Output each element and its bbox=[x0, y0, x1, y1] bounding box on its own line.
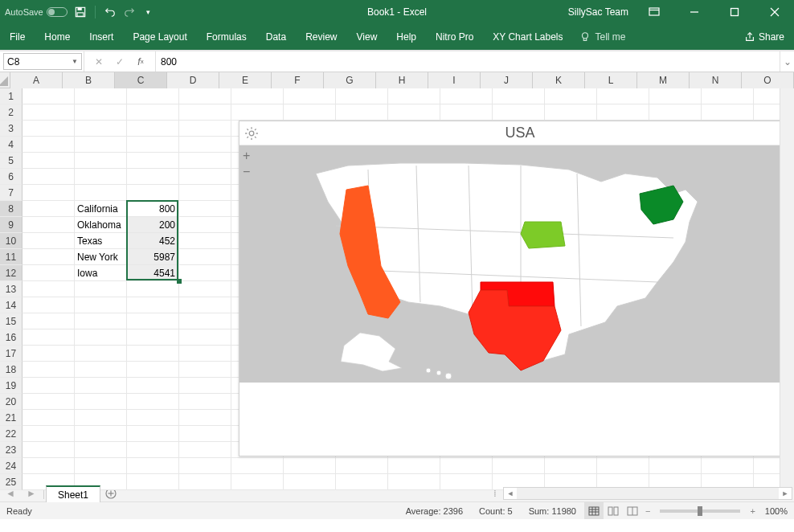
zoom-slider[interactable] bbox=[660, 509, 740, 513]
cell-C8[interactable]: 800 bbox=[127, 201, 178, 217]
col-header-A[interactable]: A bbox=[10, 72, 63, 88]
enter-formula-icon[interactable]: ✓ bbox=[110, 51, 129, 72]
cell-C12[interactable]: 4541 bbox=[127, 265, 178, 281]
gear-icon[interactable] bbox=[244, 126, 259, 141]
row-header-21[interactable]: 21 bbox=[0, 410, 23, 426]
cell-B11[interactable]: New York bbox=[75, 249, 125, 265]
view-normal-icon[interactable] bbox=[584, 502, 604, 519]
col-header-E[interactable]: E bbox=[219, 72, 272, 88]
col-header-O[interactable]: O bbox=[742, 72, 794, 88]
autosave-toggle[interactable]: AutoSave bbox=[5, 7, 68, 17]
row-header-24[interactable]: 24 bbox=[0, 458, 23, 474]
maximize-button[interactable] bbox=[720, 0, 749, 24]
cells-viewport[interactable]: USA + − bbox=[23, 88, 780, 490]
minimize-button[interactable] bbox=[680, 0, 709, 24]
row-header-15[interactable]: 15 bbox=[0, 313, 23, 329]
zoom-level[interactable]: 100% bbox=[759, 506, 788, 516]
row-header-22[interactable]: 22 bbox=[0, 426, 23, 442]
cell-B10[interactable]: Texas bbox=[75, 233, 125, 249]
col-header-D[interactable]: D bbox=[167, 72, 219, 88]
col-header-J[interactable]: J bbox=[481, 72, 533, 88]
col-header-H[interactable]: H bbox=[376, 72, 428, 88]
redo-icon[interactable] bbox=[123, 6, 136, 18]
tell-me-search[interactable]: Tell me bbox=[579, 31, 626, 43]
row-header-20[interactable]: 20 bbox=[0, 394, 23, 410]
row-header-23[interactable]: 23 bbox=[0, 442, 23, 458]
tab-file[interactable]: File bbox=[0, 24, 35, 50]
expand-formula-bar-icon[interactable]: ⌄ bbox=[780, 51, 794, 72]
tab-home[interactable]: Home bbox=[35, 24, 80, 50]
col-header-N[interactable]: N bbox=[690, 72, 742, 88]
row-header-14[interactable]: 14 bbox=[0, 297, 23, 313]
row-header-8[interactable]: 8 bbox=[0, 201, 23, 217]
view-page-break-icon[interactable] bbox=[623, 502, 642, 519]
col-header-G[interactable]: G bbox=[324, 72, 376, 88]
map-canvas[interactable]: + − bbox=[239, 145, 780, 383]
tab-view[interactable]: View bbox=[347, 24, 387, 50]
zoom-out-icon[interactable]: − bbox=[642, 506, 653, 516]
col-header-F[interactable]: F bbox=[272, 72, 324, 88]
row-header-25[interactable]: 25 bbox=[0, 474, 23, 490]
insert-function-icon[interactable]: fx bbox=[131, 51, 150, 72]
cell-C11[interactable]: 5987 bbox=[127, 249, 178, 265]
close-button[interactable] bbox=[760, 0, 789, 24]
sheet-tab-active[interactable]: Sheet1 bbox=[46, 485, 100, 502]
tab-review[interactable]: Review bbox=[296, 24, 346, 50]
row-header-1[interactable]: 1 bbox=[0, 88, 23, 104]
col-header-B[interactable]: B bbox=[63, 72, 115, 88]
row-header-7[interactable]: 7 bbox=[0, 185, 23, 201]
col-header-L[interactable]: L bbox=[585, 72, 637, 88]
row-header-9[interactable]: 9 bbox=[0, 217, 23, 233]
share-button[interactable]: Share bbox=[739, 31, 789, 43]
zoom-in-icon[interactable]: + bbox=[747, 506, 758, 516]
tab-nitro-pro[interactable]: Nitro Pro bbox=[426, 24, 483, 50]
map-chart[interactable]: USA + − bbox=[239, 121, 780, 456]
row-header-13[interactable]: 13 bbox=[0, 281, 23, 297]
undo-icon[interactable] bbox=[104, 6, 117, 18]
cell-C9[interactable]: 200 bbox=[127, 217, 178, 233]
cell-B12[interactable]: Iowa bbox=[75, 265, 125, 281]
cell-B8[interactable]: California bbox=[75, 201, 125, 217]
formula-input[interactable] bbox=[156, 51, 780, 72]
tab-insert[interactable]: Insert bbox=[80, 24, 123, 50]
grid-area: ABCDEFGHIJKLMNO 123456789101112131415161… bbox=[0, 72, 794, 484]
view-page-layout-icon[interactable] bbox=[604, 502, 623, 519]
name-box[interactable]: C8 ▼ bbox=[3, 53, 82, 70]
column-headers: ABCDEFGHIJKLMNO bbox=[0, 72, 794, 88]
customize-qat-icon[interactable]: ▾ bbox=[142, 6, 155, 18]
row-header-4[interactable]: 4 bbox=[0, 137, 23, 153]
tab-page-layout[interactable]: Page Layout bbox=[123, 24, 196, 50]
account-name[interactable]: SillySac Team bbox=[568, 6, 628, 18]
tab-data[interactable]: Data bbox=[256, 24, 296, 50]
select-all-corner[interactable] bbox=[0, 72, 10, 88]
row-header-5[interactable]: 5 bbox=[0, 153, 23, 169]
cell-B9[interactable]: Oklahoma bbox=[75, 217, 125, 233]
col-header-C[interactable]: C bbox=[115, 72, 167, 88]
zoom-in-button[interactable]: + bbox=[243, 149, 250, 163]
col-header-M[interactable]: M bbox=[637, 72, 690, 88]
cell-C10[interactable]: 452 bbox=[127, 233, 178, 249]
horizontal-scrollbar[interactable]: ◄ ► bbox=[503, 487, 792, 500]
row-header-11[interactable]: 11 bbox=[0, 249, 23, 265]
svg-point-9 bbox=[582, 33, 587, 39]
save-icon[interactable] bbox=[74, 6, 87, 18]
ribbon-display-icon[interactable] bbox=[640, 0, 669, 24]
row-header-12[interactable]: 12 bbox=[0, 265, 23, 281]
row-header-16[interactable]: 16 bbox=[0, 329, 23, 346]
row-header-19[interactable]: 19 bbox=[0, 378, 23, 394]
row-header-2[interactable]: 2 bbox=[0, 104, 23, 121]
row-header-3[interactable]: 3 bbox=[0, 121, 23, 137]
row-header-6[interactable]: 6 bbox=[0, 169, 23, 185]
row-header-10[interactable]: 10 bbox=[0, 233, 23, 249]
cancel-formula-icon[interactable]: ✕ bbox=[89, 51, 108, 72]
zoom-out-button[interactable]: − bbox=[243, 165, 250, 179]
vertical-scrollbar[interactable] bbox=[780, 88, 794, 490]
tab-xy-chart-labels[interactable]: XY Chart Labels bbox=[483, 24, 572, 50]
row-header-17[interactable]: 17 bbox=[0, 346, 23, 362]
row-header-18[interactable]: 18 bbox=[0, 362, 23, 378]
tab-formulas[interactable]: Formulas bbox=[197, 24, 256, 50]
col-header-K[interactable]: K bbox=[533, 72, 585, 88]
col-header-I[interactable]: I bbox=[428, 72, 481, 88]
tab-help[interactable]: Help bbox=[387, 24, 426, 50]
svg-rect-23 bbox=[614, 507, 618, 515]
